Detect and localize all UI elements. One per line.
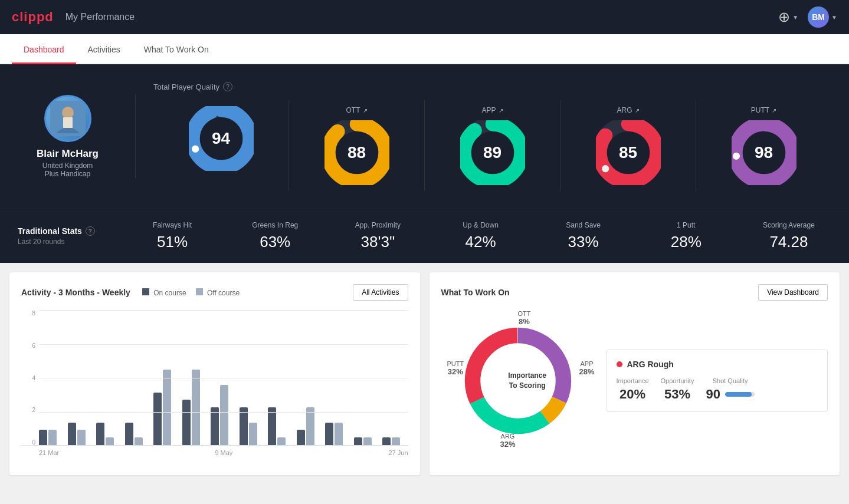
bar-off-4 (163, 370, 171, 445)
legend-on-course: On course (142, 288, 186, 297)
legend-off-course: Off course (196, 288, 240, 297)
ott-score: OTT ↗ 88 (289, 100, 425, 191)
bar-on-4 (153, 393, 162, 445)
bar-off-10 (335, 423, 343, 445)
ott-value: 88 (348, 143, 366, 162)
add-button[interactable]: ⊕ ▼ (778, 9, 798, 25)
bar-group-11 (354, 437, 380, 445)
header-title: My Performance (65, 12, 135, 22)
add-icon: ⊕ (778, 9, 790, 25)
view-dashboard-button[interactable]: View Dashboard (758, 284, 828, 301)
bar-on-2 (96, 423, 104, 445)
what-to-work-on-title: What To Work On (441, 288, 510, 297)
stat-fairways-hit: Fairways Hit 51% (130, 221, 215, 251)
player-banner: Blair McHarg United Kingdom Plus Handica… (0, 64, 849, 209)
app-value: 89 (483, 143, 501, 162)
bar-group-2 (96, 423, 122, 445)
bar-group-10 (325, 423, 351, 445)
trad-stats-subtitle: Last 20 rounds (18, 238, 112, 246)
player-country: United Kingdom (42, 162, 93, 170)
bar-on-10 (325, 423, 333, 445)
putt-value: 98 (755, 143, 773, 162)
quality-scores: 94 OTT ↗ 88 APP (153, 100, 831, 191)
importance-metric: Importance 20% (617, 377, 649, 402)
tab-dashboard[interactable]: Dashboard (12, 34, 76, 64)
bar-on-7 (240, 407, 248, 445)
bar-on-11 (354, 437, 362, 445)
tab-what-to-work-on[interactable]: What To Work On (132, 34, 221, 64)
stat-scoring-average: Scoring Average 74.28 (746, 221, 831, 251)
bar-group-0 (39, 430, 65, 445)
putt-chart: 98 (732, 120, 796, 185)
svg-point-1 (62, 107, 74, 118)
donut-section: ImportanceTo Scoring OTT 8% APP 28% ARG … (441, 310, 828, 452)
total-quality-value: 94 (212, 129, 230, 148)
arg-rough-card: ARG Rough Importance 20% Opportunity 53%… (607, 350, 828, 412)
chart-legend: On course Off course (142, 288, 240, 297)
bar-off-3 (135, 437, 143, 445)
donut-svg (453, 316, 583, 446)
player-avatar-image (50, 101, 86, 136)
bar-off-12 (392, 437, 400, 445)
user-chevron-icon: ▼ (831, 14, 837, 21)
shot-quality-fill (725, 392, 752, 397)
off-course-dot (196, 288, 203, 295)
quality-section: Total Player Quality ? 94 OTT ↗ (136, 82, 831, 191)
trad-help-icon[interactable]: ? (86, 226, 95, 236)
bar-group-5 (182, 370, 208, 445)
traditional-stats: Traditional Stats ? Last 20 rounds Fairw… (0, 209, 849, 263)
shot-quality-metric: Shot Quality 90 (706, 377, 754, 402)
bottom-panels: Activity - 3 Months - Weekly On course O… (0, 263, 849, 485)
arg-value: 85 (619, 143, 637, 162)
putt-label: PUTT ↗ (751, 106, 776, 114)
nav-tabs: Dashboard Activities What To Work On (0, 34, 849, 64)
bar-group-9 (297, 407, 323, 445)
arg-donut-label: ARG 32% (500, 433, 516, 449)
what-to-work-on-panel: What To Work On View Dashboard (430, 272, 840, 475)
app-donut-label: APP 28% (579, 360, 594, 376)
bar-group-7 (240, 407, 265, 445)
player-handicap: Plus Handicap (45, 170, 90, 178)
bar-on-9 (297, 430, 305, 445)
shot-quality-display: 90 (706, 387, 754, 402)
header: clippd My Performance ⊕ ▼ BM ▼ (0, 0, 849, 34)
bar-chart: 8 6 4 2 0 21 Mar 9 May 27 Jun (21, 310, 408, 463)
quality-title: Total Player Quality ? (153, 82, 831, 91)
bar-chart-inner (21, 310, 408, 446)
bar-group-6 (211, 385, 237, 445)
bar-off-9 (306, 407, 314, 445)
arg-trend-icon: ↗ (635, 107, 640, 114)
putt-score: PUTT ↗ 98 (696, 100, 831, 191)
ott-trend-icon: ↗ (363, 107, 368, 114)
bar-off-5 (192, 370, 200, 445)
putt-trend-icon: ↗ (772, 107, 776, 114)
user-menu[interactable]: BM ▼ (808, 6, 837, 28)
logo: clippd (12, 9, 54, 25)
bar-group-4 (153, 370, 179, 445)
all-activities-button[interactable]: All Activities (353, 284, 408, 301)
ott-label: OTT ↗ (346, 106, 368, 114)
arg-chart: 85 (596, 120, 661, 185)
arg-score: ARG ↗ 85 (560, 100, 696, 191)
shot-quality-bar (725, 392, 755, 397)
help-icon[interactable]: ? (223, 82, 232, 91)
bar-on-3 (125, 423, 133, 445)
chevron-down-icon: ▼ (792, 14, 798, 21)
bar-off-8 (277, 437, 286, 445)
work-on-metrics: Importance 20% Opportunity 53% Shot Qual… (617, 377, 818, 402)
app-score: APP ↗ 89 (425, 100, 560, 191)
trad-stats-title: Traditional Stats ? (18, 226, 112, 236)
bar-group-1 (68, 423, 94, 445)
bar-on-8 (268, 407, 276, 445)
header-left: clippd My Performance (12, 9, 135, 25)
avatar: BM (808, 6, 829, 28)
opportunity-metric: Opportunity 53% (661, 377, 694, 402)
on-course-dot (142, 288, 149, 295)
bar-off-1 (77, 430, 86, 445)
app-label: APP ↗ (481, 106, 503, 114)
chart-left-header: Activity - 3 Months - Weekly On course O… (21, 288, 240, 297)
tab-activities[interactable]: Activities (76, 34, 132, 64)
bar-group-12 (382, 437, 408, 445)
activity-panel-header: Activity - 3 Months - Weekly On course O… (21, 284, 408, 301)
bar-on-12 (382, 437, 391, 445)
